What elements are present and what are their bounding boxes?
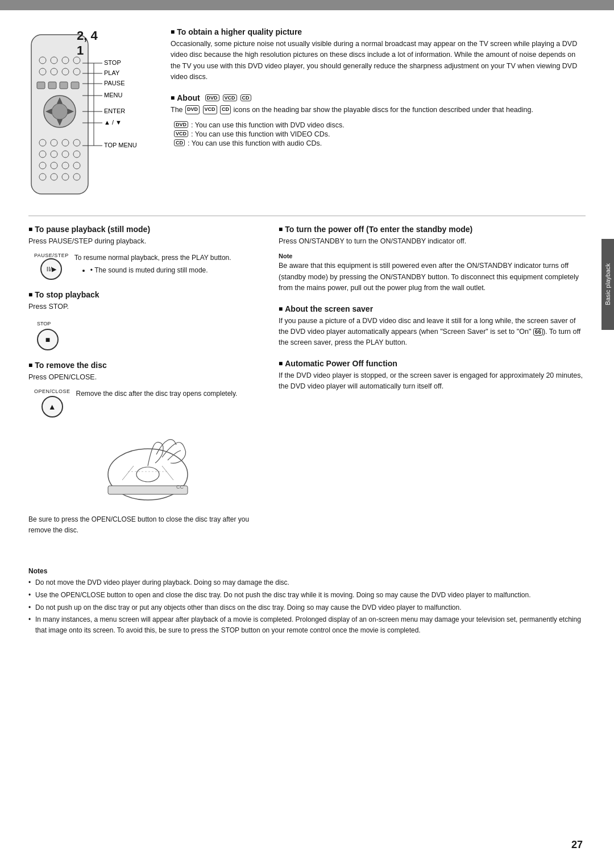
standby-note-text: Be aware that this equipment is still po… bbox=[279, 261, 586, 294]
about-discs-heading: About DVDVCDCD bbox=[171, 93, 586, 102]
section-divider bbox=[28, 216, 586, 216]
disc-item-cd: CD : You can use this function with audi… bbox=[173, 139, 586, 147]
svg-text:MENU: MENU bbox=[104, 92, 122, 98]
open-close-label: OPEN/CLOSE bbox=[34, 388, 70, 394]
page-number: 27 bbox=[571, 839, 583, 851]
svg-text:PLAY: PLAY bbox=[104, 69, 120, 76]
svg-text:TOP MENU: TOP MENU bbox=[104, 142, 137, 148]
vcd-inline: VCD bbox=[203, 105, 217, 114]
pause-section: To pause playback (still mode) Press PAU… bbox=[28, 225, 267, 280]
cd-inline: CD bbox=[220, 105, 231, 114]
dvd-badge: DVD bbox=[205, 94, 219, 101]
right-column: To turn the power off (To enter the stan… bbox=[279, 225, 586, 545]
higher-quality-body: Occasionally, some picture noise not usu… bbox=[171, 39, 586, 83]
svg-point-14 bbox=[52, 104, 68, 119]
pause-step-label: PAUSE/STEP bbox=[34, 253, 69, 258]
screen-saver-body: If you pause a picture of a DVD video di… bbox=[279, 316, 586, 349]
svg-rect-12 bbox=[71, 82, 79, 89]
side-tab-label: Basic playback bbox=[604, 263, 611, 305]
remove-disc-section: To remove the disc Press OPEN/CLOSE. OPE… bbox=[28, 361, 267, 536]
remove-disc-heading: To remove the disc bbox=[28, 361, 267, 370]
vcd-badge: VCD bbox=[223, 94, 237, 101]
note-item-4: In many instances, a menu screen will ap… bbox=[28, 614, 586, 635]
svg-rect-11 bbox=[37, 82, 45, 89]
about-discs-section: About DVDVCDCD The DVD VCD CD icons on t… bbox=[171, 93, 586, 147]
note-item-3: Do not push up on the disc tray or put a… bbox=[28, 602, 586, 613]
disc-tray-illustration: CC bbox=[88, 423, 208, 509]
screen-saver-heading: About the screen saver bbox=[279, 304, 586, 313]
svg-point-51 bbox=[136, 467, 159, 482]
disc-item-vcd: VCD : You can use this function with VID… bbox=[173, 130, 586, 138]
note-item-2: Use the OPEN/CLOSE button to open and cl… bbox=[28, 590, 586, 601]
pause-resume-text: To resume normal playback, press the PLA… bbox=[74, 253, 231, 263]
remove-text: Remove the disc after the disc tray open… bbox=[76, 388, 238, 399]
cd-badge: CD bbox=[240, 94, 251, 101]
pause-button-row: PAUSE/STEP II/▶ To resume normal playbac… bbox=[34, 253, 267, 280]
svg-line-53 bbox=[122, 466, 134, 480]
svg-text:CC: CC bbox=[176, 484, 184, 490]
svg-text:▲ / ▼: ▲ / ▼ bbox=[104, 119, 122, 126]
side-tab: Basic playback bbox=[601, 239, 614, 330]
top-right-section: To obtain a higher quality picture Occas… bbox=[171, 27, 586, 204]
stop-heading: To stop playback bbox=[28, 290, 267, 299]
disc-item-dvd: DVD : You can use this function with DVD… bbox=[173, 121, 586, 129]
top-section: 2, 4 1 bbox=[28, 27, 586, 204]
svg-rect-52 bbox=[108, 486, 188, 494]
pause-symbol: II/▶ bbox=[47, 266, 56, 273]
stop-body: Press STOP. bbox=[28, 301, 267, 312]
auto-power-body: If the DVD video player is stopped, or t… bbox=[279, 370, 586, 392]
pause-step-button: II/▶ bbox=[40, 258, 62, 280]
remote-diagram: 2, 4 1 bbox=[28, 27, 154, 204]
note-item-1: Do not move the DVD video player during … bbox=[28, 577, 586, 588]
open-close-symbol: ▲ bbox=[48, 402, 56, 411]
svg-rect-10 bbox=[60, 82, 68, 89]
remove-disc-body: Press OPEN/CLOSE. bbox=[28, 372, 267, 383]
auto-power-heading: Automatic Power Off function bbox=[279, 359, 586, 368]
auto-power-section: Automatic Power Off function If the DVD … bbox=[279, 359, 586, 392]
header-number: 2, 4 1 bbox=[77, 28, 98, 58]
svg-text:STOP: STOP bbox=[104, 59, 121, 66]
stop-symbol: ■ bbox=[45, 335, 50, 344]
standby-section: To turn the power off (To enter the stan… bbox=[279, 225, 586, 294]
pause-body: Press PAUSE/STEP during playback. bbox=[28, 236, 267, 247]
screen-saver-badge: 66 bbox=[533, 328, 543, 336]
higher-quality-section: To obtain a higher quality picture Occas… bbox=[171, 27, 586, 83]
notes-title: Notes bbox=[28, 567, 586, 575]
higher-quality-heading: To obtain a higher quality picture bbox=[171, 27, 586, 36]
top-bar bbox=[0, 0, 614, 10]
svg-text:ENTER: ENTER bbox=[104, 108, 125, 114]
pause-heading: To pause playback (still mode) bbox=[28, 225, 267, 234]
stop-section: To stop playback Press STOP. STOP ■ bbox=[28, 290, 267, 350]
stop-button: ■ bbox=[37, 329, 59, 350]
svg-line-54 bbox=[162, 466, 173, 480]
pause-mute-note: • The sound is muted during still mode. bbox=[90, 265, 231, 275]
about-discs-intro: The DVD VCD CD icons on the heading bar … bbox=[171, 105, 586, 115]
svg-text:PAUSE: PAUSE bbox=[104, 80, 125, 86]
bottom-section: To pause playback (still mode) Press PAU… bbox=[28, 225, 586, 545]
screen-saver-section: About the screen saver If you pause a pi… bbox=[279, 304, 586, 349]
left-column: To pause playback (still mode) Press PAU… bbox=[28, 225, 267, 545]
standby-body: Press ON/STANDBY to turn the ON/STANDBY … bbox=[279, 236, 586, 247]
stop-label: STOP bbox=[37, 321, 51, 326]
notes-section: Notes Do not move the DVD video player d… bbox=[28, 563, 586, 635]
open-close-row: OPEN/CLOSE ▲ Remove the disc after the d… bbox=[34, 388, 267, 418]
open-close-bottom-note: Be sure to press the OPEN/CLOSE button t… bbox=[28, 514, 267, 535]
open-close-button: ▲ bbox=[42, 396, 63, 418]
svg-rect-9 bbox=[48, 82, 56, 89]
standby-heading: To turn the power off (To enter the stan… bbox=[279, 225, 586, 234]
standby-note-label: Note bbox=[279, 253, 586, 259]
dvd-inline: DVD bbox=[185, 105, 200, 114]
